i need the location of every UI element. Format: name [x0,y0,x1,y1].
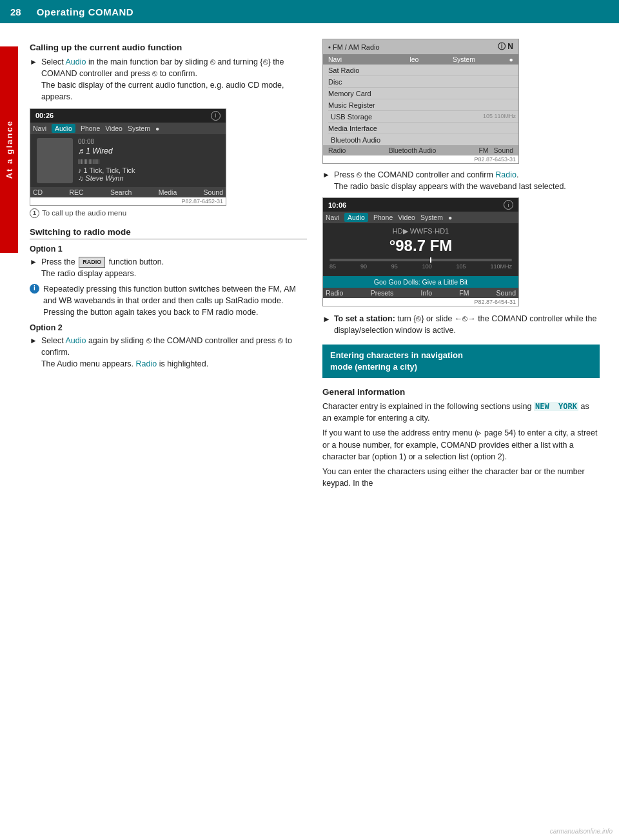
nav-bar-row: Navi leo System ● [323,54,518,65]
freq-95: 95 [391,263,398,270]
left-column: Calling up the current audio function ► … [30,34,307,830]
fm-nav-navi: Navi [326,214,339,221]
freq-slider [329,259,512,261]
page-title: Operating COMAND [37,6,134,17]
bottom-radio: Radio [328,146,346,154]
section-general-info: General information Character entry is e… [322,387,600,489]
arrow-icon-5: ► [322,314,331,336]
fm-nav-dot: ● [448,214,452,221]
freq-labels: 85 90 95 100 105 110MHz [329,263,512,270]
bullet-press-radio: ► Press the RADIO function button. The r… [30,256,307,279]
radio-screen-icons: ⓘ N [487,41,513,52]
right-column: • FM / AM Radio ⓘ N Navi leo System ● [322,34,600,830]
caption-icon: 1 [30,208,39,218]
fm-info-icon: i [504,200,513,210]
system-label: System [453,55,475,63]
para-3: You can enter the characters using eithe… [322,466,600,489]
screen-top-bar: 00:26 i [30,109,226,123]
hd-label: HD▶ WWFS-HD1 [329,227,512,235]
fm-nav-video: Video [398,214,415,221]
fm-nav-phone: Phone [373,214,393,221]
nav-audio-active: Audio [52,124,75,133]
screen-audio-display: 00:26 i Navi Audio Phone Video System ● [30,108,226,206]
fm-screen-time: 10:06 [328,201,346,209]
freq-90: 90 [360,263,367,270]
sidebar-label-text: At a glance [5,120,14,179]
watermark: carmanualsonline.info [550,828,613,835]
track-name: ♬ 1 Wired [78,146,219,155]
para-1: Character entry is explained in the foll… [322,401,600,425]
btn-cd: CD [33,188,43,196]
general-info-heading: General information [322,387,600,397]
bluetooth-label: Bluetooth Audio [331,136,380,144]
screen-ref-fm: P82.87-6454-31 [323,298,518,306]
screen-radio-menu: • FM / AM Radio ⓘ N Navi leo System ● [322,39,519,164]
set-station-text: To set a station: turn {⎋} or slide ←⎋→ … [334,313,600,336]
sidebar-label: At a glance [0,46,18,253]
bullet-text-confirm: Press ⎋ the COMAND controller and confir… [334,169,566,192]
section-heading-switching: Switching to radio mode [30,227,307,239]
song-ticker: Goo Goo Dolls: Give a Little Bit [323,276,518,288]
freq-110: 110MHz [490,263,512,270]
menu-item-music-register: Music Register [328,99,518,111]
freq-105: 105 [457,263,466,270]
freq-85: 85 [329,263,336,270]
menu-items-list: Sat Radio Disc Memory Card Music Registe… [323,65,518,145]
screen-content: 00:08 ♬ 1 Wired |||||||||||||||| ♪ 1 Tic… [30,134,226,187]
bullet-select-audio-2: ► Select Audio again by sliding ⎋ the CO… [30,335,307,370]
fm-nav-audio: Audio [344,213,368,222]
track-info: 00:08 ♬ 1 Wired |||||||||||||||| ♪ 1 Tic… [78,138,219,183]
album-art [37,138,73,183]
btn-rec: REC [70,188,84,196]
radio-icon-n: ⓘ N [498,41,513,52]
tick-track: ♪ 1 Tick, Tick, Tick [78,166,219,174]
nav-phone: Phone [81,125,100,132]
bullet-press-comand: ► Press ⎋ the COMAND controller and conf… [322,169,600,192]
page-wrapper: At a glance Calling up the current audio… [0,23,619,840]
navi-label: Navi [328,55,342,63]
page-number: 28 [10,6,21,17]
radio-highlight: Radio [136,359,157,368]
bullet-select-audio: ► Select Audio in the main function bar … [30,56,307,103]
nav-system: System [128,125,150,132]
radio-highlight-2: Radio [495,170,516,179]
bullet-text-option2: Select Audio again by sliding ⎋ the COMA… [41,335,307,370]
bullet-text-radio: Press the RADIO function button. The rad… [41,256,164,279]
nav-navi: Navi [33,125,46,132]
option-2-heading: Option 2 [30,323,307,332]
fm-screen-top: 10:06 i [323,198,518,212]
nav-video: Video [105,125,123,132]
header-bar: 28 Operating COMAND [0,0,619,23]
fm-station-display: °98.7 FM [329,237,512,255]
audio-highlight-2: Audio [65,336,86,345]
radio-screen-bottom: Radio Bluetooth Audio FM Sound [323,145,518,155]
btn-fm: FM [459,289,469,297]
radio-button-label: RADIO [79,257,105,268]
progress-bar: |||||||||||||||| [78,158,99,164]
menu-item-sat-radio: Sat Radio [328,65,518,76]
btn-sound: Sound [204,188,223,196]
fm-nav-system: System [420,214,443,221]
screen-ref-1: P82.87-6452-31 [30,197,226,205]
btn-media: Media [159,188,177,196]
screen-time: 00:26 [35,112,54,119]
caption-audio-menu: 1 To call up the audio menu [30,208,307,218]
nav-dot: ● [155,125,159,132]
radio-screen-header: • FM / AM Radio ⓘ N [323,39,518,54]
usb-freq: 105 110MHz [483,113,516,121]
menu-item-usb: USB Storage 105 110MHz [328,111,518,123]
section-heading-calling: Calling up the current audio function [30,43,307,52]
audio-highlight: Audio [65,57,86,66]
arrow-icon-2: ► [30,257,37,279]
bottom-fm: FM [478,146,488,154]
usb-label: USB Storage [331,113,372,121]
leo-label: leo [409,55,418,63]
btn-presets: Presets [371,289,394,297]
highlight-box: Entering characters in navigation mode (… [322,345,600,378]
bullet-text: Select Audio in the main function bar by… [41,56,307,103]
screen-fm-display: 10:06 i Navi Audio Phone Video System ● … [322,197,519,306]
option-1-heading: Option 1 [30,245,307,254]
section-calling-up: Calling up the current audio function ► … [30,43,307,218]
caption-text: To call up the audio menu [42,209,126,217]
new-york-highlight: NEW YORK [534,402,578,411]
